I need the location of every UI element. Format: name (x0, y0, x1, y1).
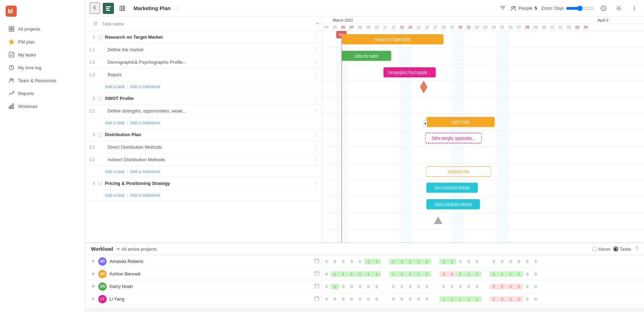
gantt-view-button[interactable] (103, 3, 114, 14)
task-num: 3.2 (85, 157, 98, 162)
task-menu-icon[interactable]: ⋮ (310, 157, 321, 162)
more-button[interactable] (629, 3, 640, 14)
expand-icon[interactable]: ▢ (98, 181, 105, 186)
avatar: LY (98, 295, 107, 303)
board-view-button[interactable] (117, 3, 128, 14)
wl-cell: 1 (414, 271, 423, 277)
task-num: 1.3 (85, 72, 98, 77)
task-menu-icon[interactable]: ⋮ (310, 181, 321, 186)
sidebar-item-all-projects[interactable]: All projects (3, 23, 82, 35)
wl-cell: 0 (373, 296, 381, 302)
task-menu-icon[interactable]: ⋮ (310, 60, 321, 65)
task-action-row: Add a task | Add a milestone (85, 117, 322, 128)
add-column-button[interactable]: + (315, 20, 319, 28)
add-task-link[interactable]: Add a task (105, 120, 125, 125)
add-task-link[interactable]: Add a task (105, 169, 125, 174)
task-row: 4 ▢ Pricing & Positioning Strategy ⋮ (85, 177, 322, 190)
svg-rect-13 (13, 104, 14, 109)
sort-icon[interactable] (94, 21, 99, 26)
wl-cell: 0 (465, 284, 473, 289)
sidebar-item-my-time-log[interactable]: My time log (3, 61, 82, 74)
wl-cell: 1 (373, 271, 381, 277)
expand-icon[interactable]: ▢ (98, 34, 105, 40)
wl-cell: 1 (406, 271, 414, 277)
sidebar-item-reports[interactable]: Reports (3, 87, 82, 100)
wl-person-col: ▼ GN Garry Noah (85, 282, 322, 291)
workload-projects-dropdown[interactable]: All active projects (116, 247, 157, 252)
sidebar-item-workload[interactable]: Workload (3, 100, 82, 112)
settings-button[interactable] (613, 3, 624, 14)
wl-expand-icon[interactable]: ▼ (91, 259, 95, 264)
day-label: 09 (364, 25, 373, 29)
zoom-slider[interactable] (566, 6, 594, 11)
back-button[interactable] (90, 2, 100, 14)
svg-text:Indirect Distribution Methods: Indirect Distribution Methods (435, 201, 472, 207)
svg-point-26 (618, 7, 620, 9)
add-milestone-link[interactable]: Add a milestone (130, 84, 160, 89)
zoom-section: Zoom: Days (541, 6, 594, 11)
calendar-icon[interactable] (314, 258, 319, 264)
wl-cell: 1 (331, 271, 339, 277)
task-row: 3.2 Indirect Distribution Methods ⋮ (85, 154, 322, 166)
wl-expand-icon[interactable]: ▼ (91, 284, 95, 289)
day-label: 06 (339, 25, 347, 29)
calendar-icon[interactable] (314, 296, 319, 302)
sidebar-item-my-tasks[interactable]: My tasks (3, 48, 82, 61)
hours-label: Hours (598, 247, 611, 252)
wl-cell: 2 (490, 296, 498, 302)
history-button[interactable] (598, 3, 609, 14)
horizontal-scrollbar[interactable] (85, 308, 644, 312)
add-task-link[interactable]: Add a task (105, 193, 125, 198)
filter-button[interactable] (500, 5, 506, 12)
add-milestone-link[interactable]: Add a milestone (130, 193, 160, 198)
wl-cell: 0 (414, 296, 423, 302)
wl-cell: 0 (373, 284, 381, 289)
wl-cell: 2 (515, 284, 523, 289)
task-num: 1.1 (85, 47, 98, 52)
sidebar-item-team-resources[interactable]: Team & Resources (3, 74, 82, 87)
add-task-link[interactable]: Add a task (105, 84, 125, 89)
sidebar-item-pm-plan[interactable]: PM plan (3, 36, 82, 48)
wl-expand-icon[interactable]: ▼ (91, 271, 95, 276)
calendar-icon[interactable] (314, 271, 319, 277)
task-row: 2 ▢ SWOT Profile ⋮ (85, 92, 322, 105)
task-menu-icon[interactable]: ⋮ (310, 47, 321, 52)
task-menu-icon[interactable]: ⋮ (310, 72, 321, 77)
sidebar-item-label: Workload (18, 104, 37, 109)
wl-cell: 0 (531, 259, 540, 264)
wl-person-col: ▼ AB Ashton Bennett (85, 270, 322, 278)
tasks-radio[interactable]: Tasks (613, 247, 631, 252)
wl-cell: 1 (398, 271, 406, 277)
task-menu-icon[interactable]: ⋮ (310, 132, 321, 137)
day-label: 26 (506, 25, 515, 29)
favorite-button[interactable]: ☆ (176, 6, 181, 11)
wl-cell: 2 (506, 284, 515, 289)
svg-rect-4 (9, 29, 11, 31)
task-num: 2.1 (85, 109, 98, 114)
wl-cell: 1 (373, 259, 381, 264)
wl-cell: 1 (423, 271, 431, 277)
expand-icon[interactable]: ▢ (98, 96, 105, 101)
day-label: 05 (331, 25, 339, 29)
day-label: 20 (456, 25, 465, 29)
day-label: 04 (582, 25, 590, 29)
task-menu-icon[interactable]: ⋮ (310, 96, 321, 101)
svg-text:Research on Target Market: Research on Target Market (375, 37, 411, 42)
tasks-radio-button[interactable] (613, 247, 618, 251)
wl-cell: 0 (498, 259, 506, 264)
bar-chart-icon (8, 103, 15, 109)
wl-expand-icon[interactable]: ▼ (91, 296, 95, 302)
help-button[interactable]: ? (635, 246, 638, 252)
day-label: 15 (414, 25, 423, 29)
add-milestone-link[interactable]: Add a milestone (130, 169, 160, 174)
calendar-icon[interactable] (314, 283, 319, 289)
day-label: 11 (381, 25, 389, 29)
hours-radio-button[interactable] (592, 247, 597, 251)
expand-icon[interactable]: ▢ (98, 132, 105, 137)
hours-radio[interactable]: Hours (592, 247, 611, 252)
add-milestone-link[interactable]: Add a milestone (130, 120, 160, 125)
task-menu-icon[interactable]: ⋮ (310, 145, 321, 150)
task-menu-icon[interactable]: ⋮ (310, 108, 321, 114)
task-menu-icon[interactable]: ⋮ (310, 34, 321, 40)
wl-cell: 0 (339, 296, 347, 302)
